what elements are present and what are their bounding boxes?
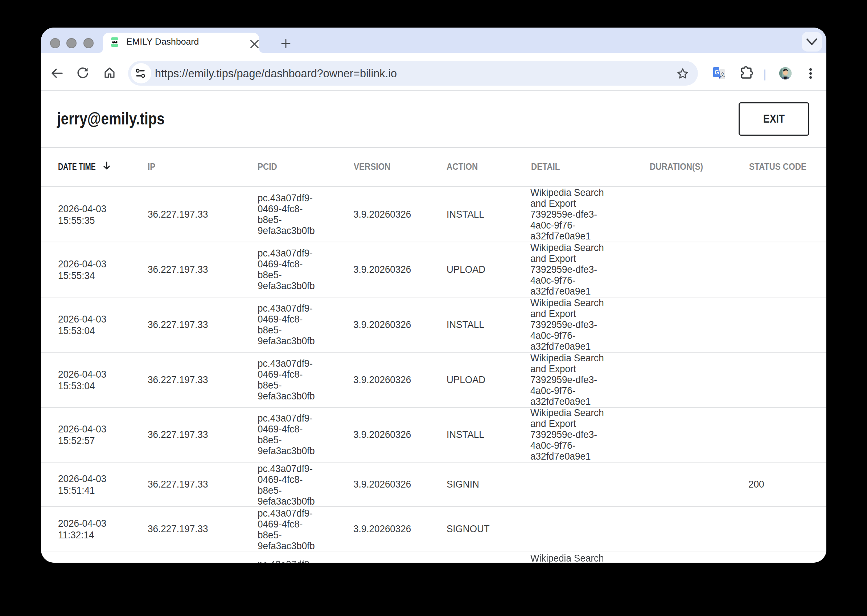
- svg-text:G: G: [715, 69, 719, 75]
- svg-text:文: 文: [720, 71, 726, 77]
